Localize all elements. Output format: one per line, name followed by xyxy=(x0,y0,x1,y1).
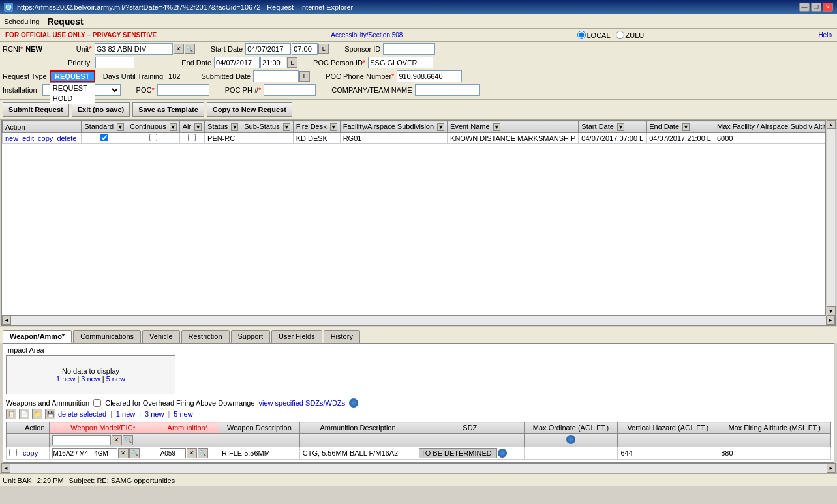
request-type-button[interactable]: REQUEST xyxy=(50,70,95,82)
weapon-copy-link[interactable]: copy xyxy=(23,449,38,457)
toolbar-btn4[interactable]: 💾 xyxy=(45,409,55,419)
weapon-clear-btn[interactable]: ✕ xyxy=(112,435,122,445)
facility-cell: RG01 xyxy=(340,133,447,144)
priority-input[interactable] xyxy=(95,57,134,68)
submitted-date-input[interactable] xyxy=(253,70,299,82)
end-time-input[interactable] xyxy=(260,57,286,68)
toolbar: Submit Request Exit (no save) Save as Te… xyxy=(0,99,837,120)
weapons-3new[interactable]: 3 new xyxy=(145,410,164,418)
ammo-input[interactable] xyxy=(160,448,186,458)
weapon-model-clear[interactable]: ✕ xyxy=(118,448,129,458)
ammo-search[interactable]: 🔍 xyxy=(198,448,208,458)
tab-vehicle[interactable]: Vehicle xyxy=(142,330,179,343)
copy-link[interactable]: copy xyxy=(38,134,53,142)
poc-person-id-label: POC Person ID* xyxy=(313,59,365,67)
title-bar: https://rfmss2002.belvoir.army.mil/?star… xyxy=(0,0,837,14)
table-row: new edit copy delete PEN-RC KD DESK RG01… xyxy=(3,133,826,144)
weapon-model-search[interactable]: 🔍 xyxy=(129,448,140,458)
copy-new-request-button[interactable]: Copy to New Request xyxy=(207,102,292,117)
minimize-button[interactable]: — xyxy=(799,3,810,12)
weapons-5new[interactable]: 5 new xyxy=(174,410,192,418)
weapon-row-checkbox[interactable] xyxy=(9,449,17,456)
request-type-menu: REQUEST HOLD xyxy=(50,82,95,104)
tab-user-fields[interactable]: User Fields xyxy=(271,330,322,343)
unit-clear-btn[interactable]: ✕ xyxy=(174,44,184,54)
close-button[interactable]: ✕ xyxy=(823,3,833,12)
standard-checkbox[interactable] xyxy=(100,134,108,141)
company-team-input[interactable] xyxy=(415,84,480,96)
poc-input[interactable] xyxy=(157,84,209,96)
delete-link[interactable]: delete xyxy=(57,134,76,142)
days-until-value: 182 xyxy=(168,72,180,80)
poc-phone-input[interactable] xyxy=(397,70,462,82)
start-date-input[interactable] xyxy=(245,43,291,55)
tab-weapon-ammo[interactable]: Weapon/Ammo* xyxy=(3,330,72,343)
toolbar-btn3[interactable]: 📁 xyxy=(32,409,42,419)
poc-person-id-input[interactable] xyxy=(368,57,433,68)
cleared-checkbox[interactable] xyxy=(93,399,101,407)
poc-ph-input[interactable] xyxy=(264,84,316,96)
view-sdz-link[interactable]: view specified SDZs/WDZs xyxy=(259,399,346,407)
restore-button[interactable]: ❐ xyxy=(811,3,821,12)
impact-5new[interactable]: 5 new xyxy=(106,375,125,383)
col-substatus: Sub-Status ▼ xyxy=(241,121,293,133)
request-option[interactable]: REQUEST xyxy=(50,83,95,93)
local-radio[interactable]: LOCAL xyxy=(577,31,611,39)
scroll-up[interactable]: ▲ xyxy=(827,120,836,129)
hold-option[interactable]: HOLD xyxy=(50,93,95,104)
scroll-track[interactable] xyxy=(827,129,835,306)
weapon-search-input[interactable] xyxy=(52,435,111,445)
wcol-max-ord: Max Ordinate (AGL FT.) xyxy=(524,422,618,434)
unit-search-btn[interactable]: 🔍 xyxy=(185,44,195,54)
save-template-button[interactable]: Save as Template xyxy=(132,102,204,117)
start-time-input[interactable] xyxy=(292,43,318,55)
bottom-scroll-left[interactable]: ◄ xyxy=(1,464,10,473)
submit-request-button[interactable]: Submit Request xyxy=(3,102,69,117)
tab-restriction[interactable]: Restriction xyxy=(181,330,230,343)
exit-no-save-button[interactable]: Exit (no save) xyxy=(72,102,130,117)
sponsor-id-input[interactable] xyxy=(383,43,435,55)
bottom-scroll-right[interactable]: ► xyxy=(827,464,836,473)
cleared-label: Cleared for Overhead Firing Above Downra… xyxy=(105,399,254,407)
h-scroll-track[interactable] xyxy=(11,316,826,325)
scroll-left[interactable]: ◄ xyxy=(2,316,11,325)
weapon-row: copy ✕ 🔍 ✕ 🔍 RIFLE 5.56MM xyxy=(7,447,831,460)
scroll-right[interactable]: ► xyxy=(826,316,835,325)
scheduling-label: Scheduling xyxy=(4,18,39,25)
bottom-scroll-track[interactable] xyxy=(10,464,827,473)
table-vscroll[interactable]: ▲ ▼ xyxy=(825,120,836,316)
event-cell: KNOWN DISTANCE MARKSMANSHIP xyxy=(448,133,579,144)
start-l-btn[interactable]: L xyxy=(318,44,329,54)
edit-link[interactable]: edit xyxy=(22,134,34,142)
weapon-model-input[interactable] xyxy=(52,448,117,458)
submitted-l-btn[interactable]: L xyxy=(299,71,310,82)
col-air: Air ▼ xyxy=(179,121,204,133)
weapons-header-row: Weapons and Ammunition Cleared for Overh… xyxy=(6,398,831,408)
tabs-container: Weapon/Ammo* Communications Vehicle Rest… xyxy=(0,327,837,343)
toolbar-btn1[interactable]: 📋 xyxy=(6,409,16,419)
air-checkbox[interactable] xyxy=(188,134,196,141)
toolbar-btn2[interactable]: 📄 xyxy=(19,409,29,419)
scroll-down[interactable]: ▼ xyxy=(827,306,836,316)
weapon-model-cell: ✕ 🔍 xyxy=(50,447,157,460)
help-link[interactable]: Help xyxy=(818,31,832,38)
accessibility-link[interactable]: Accessibility/Section 508 xyxy=(331,31,403,38)
end-date-input[interactable] xyxy=(214,57,260,68)
ammo-clear[interactable]: ✕ xyxy=(187,448,197,458)
delete-selected-link[interactable]: delete selected xyxy=(58,410,106,418)
tab-support[interactable]: Support xyxy=(231,330,271,343)
continuous-checkbox[interactable] xyxy=(149,134,157,141)
tab-communications[interactable]: Communications xyxy=(73,330,141,343)
weapon-search-btn[interactable]: 🔍 xyxy=(123,435,133,445)
radio-group: LOCAL ZULU xyxy=(577,31,645,39)
weapons-1new[interactable]: 1 new xyxy=(116,410,135,418)
tab-history[interactable]: History xyxy=(324,330,360,343)
end-l-btn[interactable]: L xyxy=(287,57,297,68)
impact-3new[interactable]: 3 new xyxy=(81,375,100,383)
new-link[interactable]: new xyxy=(5,134,18,142)
zulu-radio[interactable]: ZULU xyxy=(616,31,645,39)
impact-1new[interactable]: 1 new xyxy=(56,375,75,383)
company-team-label: COMPANY/TEAM NAME xyxy=(331,86,412,94)
sdz-input[interactable] xyxy=(419,448,497,458)
unit-input[interactable] xyxy=(95,43,173,55)
